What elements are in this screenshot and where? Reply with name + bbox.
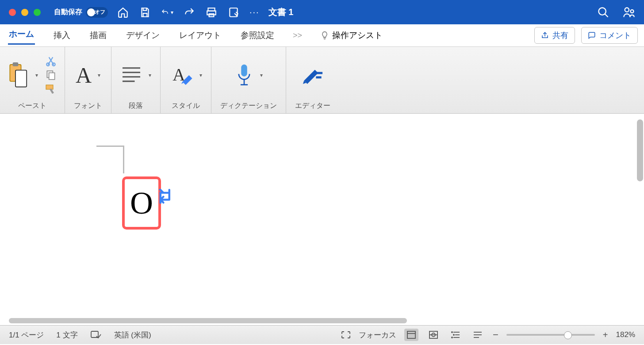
quick-access-toolbar: ▾ ··· (117, 6, 260, 19)
comments-label: コメント (599, 30, 631, 41)
paragraph-mark-icon (158, 189, 173, 207)
dictation-group-label: ディクテーション (220, 99, 277, 111)
font-group-label: フォント (74, 99, 102, 111)
outline-view-button[interactable] (448, 329, 463, 341)
autosave-toggle[interactable]: 自動保存 オフ (54, 7, 108, 18)
font-button[interactable]: A (76, 62, 92, 88)
page-indicator[interactable]: 1/1 ページ (9, 330, 44, 340)
titlebar-right (597, 6, 635, 19)
tab-draw[interactable]: 描画 (89, 28, 107, 43)
word-count[interactable]: 1 文字 (56, 330, 77, 340)
horizontal-scrollbar[interactable] (9, 318, 407, 323)
document-title: 文書 1 (268, 6, 294, 18)
switch-knob (87, 8, 95, 16)
svg-rect-8 (13, 62, 19, 66)
svg-rect-26 (407, 331, 415, 338)
document-canvas[interactable]: O (0, 114, 644, 317)
share-icon (541, 31, 549, 39)
tab-design[interactable]: デザイン (125, 28, 161, 43)
clipboard-group-label: ペースト (18, 99, 46, 111)
horizontal-scroll-track (0, 317, 644, 325)
selection-highlight: O (122, 176, 161, 230)
tab-references[interactable]: 参照設定 (240, 28, 275, 43)
assist-label: 操作アシスト (332, 30, 383, 41)
print-layout-view-button[interactable] (404, 329, 418, 341)
page-margin-corner (96, 146, 124, 173)
ribbon-group-dictation: ▾ ディクテーション (211, 47, 286, 113)
styles-group-label: スタイル (172, 99, 200, 111)
dictation-dropdown[interactable]: ▾ (260, 72, 263, 78)
ribbon: ▾ ペースト A ▾ フォント ▾ 段落 A ▾ (0, 47, 644, 114)
dictation-button[interactable] (234, 63, 254, 87)
tabs-right-actions: 共有 コメント (534, 27, 638, 44)
autosave-switch[interactable]: オフ (86, 7, 108, 18)
minimize-window-button[interactable] (21, 9, 28, 16)
paste-dropdown[interactable]: ▾ (35, 72, 38, 78)
zoom-slider[interactable] (506, 334, 595, 336)
cut-icon[interactable] (45, 55, 57, 67)
styles-button[interactable]: A (169, 64, 193, 86)
svg-rect-9 (15, 70, 27, 87)
draft-view-button[interactable] (471, 329, 485, 341)
editor-button[interactable] (301, 64, 325, 86)
zoom-slider-thumb[interactable] (564, 331, 572, 339)
zoom-out-button[interactable]: − (493, 329, 498, 341)
window-controls (9, 9, 41, 16)
svg-point-5 (625, 8, 629, 12)
svg-point-4 (599, 8, 606, 15)
font-dropdown[interactable]: ▾ (98, 72, 100, 78)
format-painter-icon[interactable] (45, 84, 58, 95)
paragraph-button[interactable] (120, 65, 142, 85)
svg-rect-13 (49, 73, 55, 79)
paragraph-dropdown[interactable]: ▾ (149, 72, 151, 78)
styles-dropdown[interactable]: ▾ (199, 72, 202, 78)
print-icon[interactable] (205, 6, 218, 19)
title-bar: 自動保存 オフ ▾ ··· 文書 1 (0, 0, 644, 24)
template-icon[interactable] (227, 6, 240, 19)
focus-mode-icon[interactable] (341, 331, 351, 339)
status-right: フォーカス − + 182% (341, 329, 635, 341)
redo-icon[interactable] (183, 6, 196, 19)
focus-mode-label[interactable]: フォーカス (359, 330, 396, 340)
close-window-button[interactable] (9, 9, 16, 16)
web-layout-view-button[interactable] (426, 329, 441, 341)
paste-button[interactable] (6, 62, 29, 88)
ribbon-group-editor: エディター (286, 47, 339, 113)
ribbon-tabs: ホーム 挿入 描画 デザイン レイアウト 参照設定 >> 操作アシスト 共有 コ… (0, 24, 644, 47)
lightbulb-icon (320, 31, 330, 40)
svg-point-34 (452, 332, 452, 333)
tab-insert[interactable]: 挿入 (53, 28, 71, 43)
editor-group-label: エディター (295, 99, 330, 111)
autosave-state: オフ (95, 8, 105, 16)
maximize-window-button[interactable] (34, 9, 41, 16)
tab-layout[interactable]: レイアウト (178, 28, 222, 43)
more-commands-icon[interactable]: ··· (249, 7, 260, 17)
paragraph-group-label: 段落 (129, 99, 143, 111)
home-icon[interactable] (117, 6, 129, 19)
language-indicator[interactable]: 英語 (米国) (114, 330, 151, 340)
svg-rect-14 (46, 85, 53, 89)
copy-icon[interactable] (45, 69, 57, 81)
zoom-in-button[interactable]: + (603, 330, 608, 340)
account-icon[interactable] (623, 6, 635, 19)
save-icon[interactable] (139, 6, 151, 19)
tell-me-assist[interactable]: 操作アシスト (320, 30, 383, 41)
share-button[interactable]: 共有 (534, 27, 575, 44)
svg-rect-20 (241, 64, 247, 76)
zoom-level[interactable]: 182% (616, 330, 635, 339)
share-label: 共有 (552, 30, 568, 41)
vertical-scrollbar[interactable] (637, 119, 643, 181)
ribbon-group-paragraph: ▾ 段落 (111, 47, 161, 113)
undo-icon[interactable]: ▾ (161, 6, 173, 19)
comments-button[interactable]: コメント (581, 27, 638, 44)
spellcheck-icon[interactable] (90, 330, 102, 340)
ribbon-group-clipboard: ▾ ペースト (0, 47, 65, 113)
svg-point-35 (453, 334, 454, 335)
autosave-label: 自動保存 (54, 8, 82, 17)
tabs-overflow[interactable]: >> (293, 31, 302, 40)
svg-point-6 (631, 10, 634, 13)
search-icon[interactable] (597, 6, 610, 19)
document-text[interactable]: O (130, 185, 153, 222)
ribbon-group-styles: A ▾ スタイル (161, 47, 211, 113)
tab-home[interactable]: ホーム (8, 27, 35, 45)
